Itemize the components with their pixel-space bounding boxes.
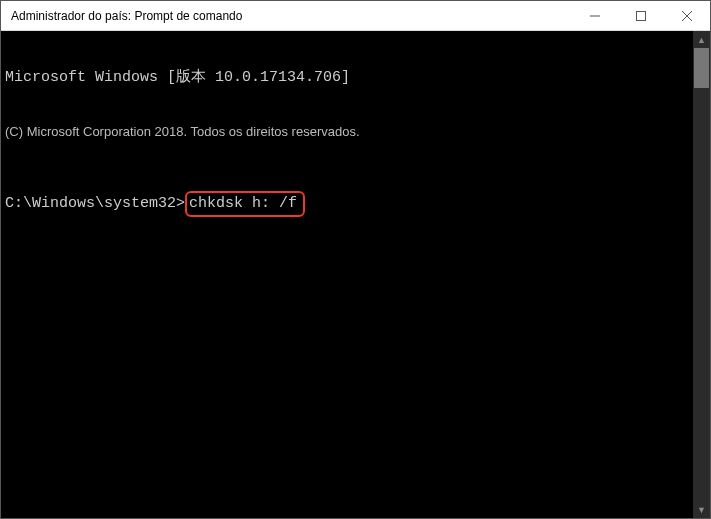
scroll-thumb[interactable] xyxy=(694,48,709,88)
close-button[interactable] xyxy=(664,1,710,30)
window-title: Administrador do país: Prompt de comando xyxy=(1,9,572,23)
close-icon xyxy=(682,11,692,21)
titlebar[interactable]: Administrador do país: Prompt de comando xyxy=(1,1,710,31)
copyright-line: (C) Microsoft Corporation 2018. Todos os… xyxy=(5,123,689,141)
command-prompt-window: Administrador do país: Prompt de comando… xyxy=(0,0,711,519)
scroll-up-arrow-icon[interactable]: ▲ xyxy=(693,31,710,48)
command-highlight: chkdsk h: /f xyxy=(185,191,305,217)
window-controls xyxy=(572,1,710,30)
version-line: Microsoft Windows [版本 10.0.17134.706] xyxy=(5,69,689,87)
terminal-output[interactable]: Microsoft Windows [版本 10.0.17134.706] (C… xyxy=(1,31,693,518)
maximize-button[interactable] xyxy=(618,1,664,30)
scroll-down-arrow-icon[interactable]: ▼ xyxy=(693,501,710,518)
prompt-text: C:\Windows\system32> xyxy=(5,195,185,212)
client-area: Microsoft Windows [版本 10.0.17134.706] (C… xyxy=(1,31,710,518)
vertical-scrollbar[interactable]: ▲ ▼ xyxy=(693,31,710,518)
prompt-line: C:\Windows\system32>chkdsk h: /f xyxy=(5,191,689,217)
svg-rect-1 xyxy=(637,11,646,20)
minimize-icon xyxy=(590,11,600,21)
maximize-icon xyxy=(636,11,646,21)
minimize-button[interactable] xyxy=(572,1,618,30)
command-text: chkdsk h: /f xyxy=(189,195,297,212)
